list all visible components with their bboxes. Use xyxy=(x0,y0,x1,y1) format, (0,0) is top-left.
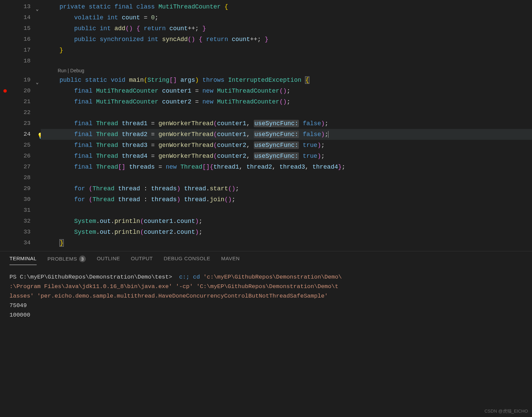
line-number: 28 xyxy=(0,172,41,183)
line-number: 30 xyxy=(0,194,41,205)
line-number: 15 xyxy=(0,23,41,34)
tab-output[interactable]: OUTPUT xyxy=(131,255,153,265)
code-editor[interactable]: 13⌄ 14 15 16 17 18 19⌄ 20 21 22 23 24💡 2… xyxy=(0,0,532,251)
bottom-panel: TERMINAL PROBLEMS3 OUTLINE OUTPUT DEBUG … xyxy=(0,251,532,417)
terminal-output[interactable]: PS C:\myEP\GithubRepos\Demonstration\Dem… xyxy=(0,267,532,325)
line-number: 19⌄ xyxy=(0,75,41,86)
line-number-gutter: 13⌄ 14 15 16 17 18 19⌄ 20 21 22 23 24💡 2… xyxy=(0,0,41,251)
tab-maven[interactable]: MAVEN xyxy=(221,255,240,265)
code-content[interactable]: private static final class MutiThreadCou… xyxy=(41,0,532,251)
line-number: 18 xyxy=(0,56,41,67)
line-number: 27 xyxy=(0,162,41,172)
line-number: 26 xyxy=(0,151,41,162)
tab-debug-console[interactable]: DEBUG CONSOLE xyxy=(164,255,210,265)
text-cursor xyxy=(328,131,328,138)
line-number: 33 xyxy=(0,227,41,238)
panel-tabs: TERMINAL PROBLEMS3 OUTLINE OUTPUT DEBUG … xyxy=(0,251,532,267)
tab-outline[interactable]: OUTLINE xyxy=(97,255,120,265)
line-number: 16 xyxy=(0,34,41,45)
line-number: 34 xyxy=(0,238,41,248)
watermark: CSDN @虎猫_EICHO xyxy=(484,408,528,414)
tab-problems[interactable]: PROBLEMS3 xyxy=(48,255,86,266)
codelens-run: Run xyxy=(58,68,66,73)
tab-terminal[interactable]: TERMINAL xyxy=(10,255,37,265)
line-number: 32 xyxy=(0,216,41,227)
line-number: 24💡 xyxy=(0,129,41,140)
problems-badge: 3 xyxy=(79,255,86,262)
line-number: 17 xyxy=(0,45,41,56)
codelens[interactable]: Run | Debug xyxy=(41,67,532,75)
line-number: 13⌄ xyxy=(0,1,41,12)
line-number: 21 xyxy=(0,96,41,107)
line-number: 22 xyxy=(0,107,41,118)
line-number: 31 xyxy=(0,205,41,216)
breakpoint-icon[interactable] xyxy=(3,89,7,93)
line-number: 14 xyxy=(0,12,41,23)
line-number: 23 xyxy=(0,118,41,129)
line-number: 29 xyxy=(0,183,41,194)
codelens-debug: Debug xyxy=(70,68,84,73)
line-number: 25 xyxy=(0,140,41,151)
line-number: 20 xyxy=(0,86,41,96)
